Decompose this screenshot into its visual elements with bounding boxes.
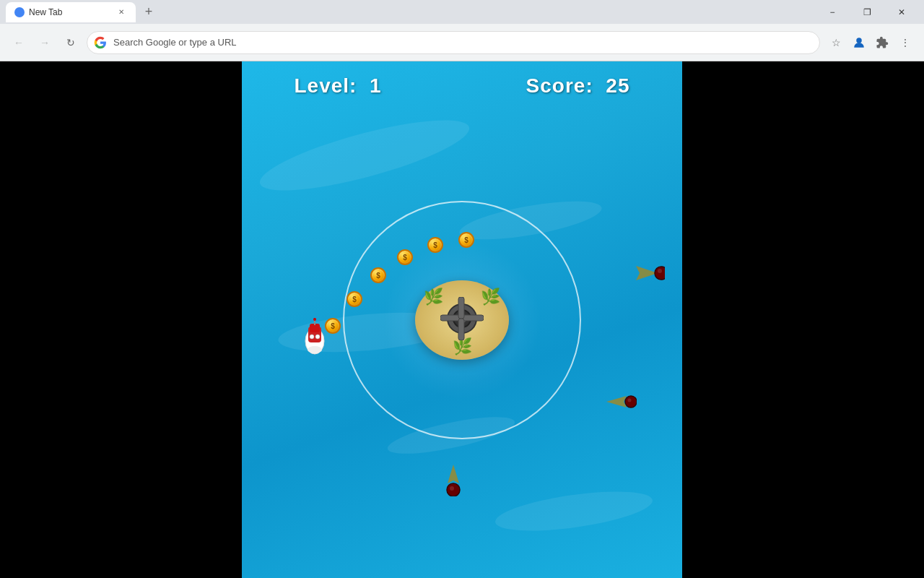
- left-black-panel: [0, 61, 242, 578]
- address-input-wrapper: Search Google or type a URL: [87, 31, 820, 54]
- menu-button[interactable]: ⋮: [895, 33, 915, 53]
- coin-2: [346, 291, 362, 307]
- score-value: 25: [606, 74, 629, 97]
- level-value: 1: [370, 74, 382, 97]
- bookmark-button[interactable]: ☆: [826, 33, 846, 53]
- score-label: Score:: [526, 74, 593, 97]
- island: 🌿 🌿 🌿: [415, 280, 509, 360]
- google-logo-icon: [94, 36, 107, 49]
- cannonball-1: [636, 262, 665, 287]
- svg-point-25: [308, 346, 322, 353]
- coin-3: [370, 267, 386, 283]
- svg-point-22: [315, 335, 320, 339]
- address-bar: ← → ↻ Search Google or type a URL ☆ ⋮: [0, 24, 924, 61]
- projectile-3-svg: [444, 465, 463, 496]
- svg-rect-7: [458, 319, 464, 340]
- cannonball-2: [606, 393, 637, 413]
- toolbar-icons: ☆ ⋮: [826, 33, 915, 53]
- svg-point-13: [625, 396, 637, 407]
- projectile-1-svg: [636, 262, 665, 284]
- url-input[interactable]: Search Google or type a URL: [87, 31, 820, 54]
- player-ship: [301, 318, 328, 358]
- browser-content: Level: 1 Score: 25 🌿 🌿 🌿: [0, 61, 924, 578]
- window-controls: − ❐ ✕: [816, 0, 918, 24]
- svg-point-0: [856, 38, 862, 43]
- game-canvas[interactable]: Level: 1 Score: 25 🌿 🌿 🌿: [242, 61, 682, 578]
- back-button[interactable]: ←: [9, 33, 29, 53]
- minimize-button[interactable]: −: [816, 0, 849, 24]
- svg-marker-15: [448, 465, 459, 483]
- extensions-button[interactable]: [872, 33, 892, 53]
- coin-5: [427, 237, 443, 253]
- svg-rect-6: [458, 297, 464, 319]
- svg-point-17: [450, 486, 454, 491]
- browser-frame: New Tab ✕ + − ❐ ✕ ← → ↻ Search Google or…: [0, 0, 924, 578]
- turret-container: [440, 297, 484, 343]
- cannonball-3: [444, 465, 463, 499]
- close-button[interactable]: ✕: [885, 0, 918, 24]
- coin-4: [397, 249, 413, 265]
- svg-rect-4: [462, 315, 484, 321]
- level-display: Level: 1: [295, 74, 382, 98]
- svg-point-11: [658, 269, 662, 273]
- svg-marker-12: [606, 396, 627, 407]
- island-sand: 🌿 🌿 🌿: [415, 280, 509, 360]
- right-black-panel: [682, 61, 924, 578]
- svg-point-24: [313, 318, 316, 321]
- score-display: Score: 25: [526, 74, 630, 98]
- projectile-2-svg: [606, 393, 637, 410]
- new-tab-button[interactable]: +: [139, 2, 159, 22]
- tab-title: New Tab: [29, 7, 62, 17]
- hud: Level: 1 Score: 25: [242, 74, 682, 98]
- coin-6: [458, 232, 474, 248]
- browser-tab[interactable]: New Tab ✕: [6, 2, 136, 22]
- svg-point-21: [310, 335, 314, 339]
- tab-favicon-icon: [14, 7, 25, 17]
- profile-button[interactable]: [849, 33, 869, 53]
- reload-button[interactable]: ↻: [61, 33, 81, 53]
- svg-point-14: [628, 399, 632, 402]
- level-label: Level:: [295, 74, 357, 97]
- maximize-button[interactable]: ❐: [850, 0, 884, 24]
- tab-close-button[interactable]: ✕: [116, 7, 127, 18]
- title-bar: New Tab ✕ + − ❐ ✕: [0, 0, 924, 24]
- palm-tree-2: 🌿: [481, 288, 500, 306]
- turret-svg: [440, 297, 484, 340]
- ship-svg: [301, 318, 328, 355]
- forward-button[interactable]: →: [35, 33, 55, 53]
